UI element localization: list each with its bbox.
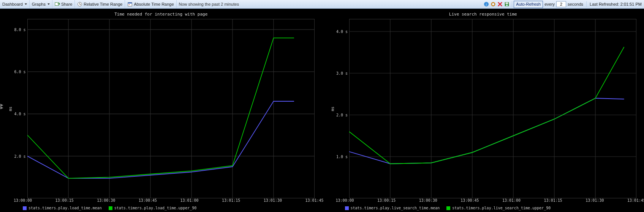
graphs-menu[interactable]: Graphs [30, 0, 52, 8]
x-tick-label: 13:01:45 [627, 198, 644, 203]
legend-item: stats.timers.play.live_search_time.upper… [446, 206, 551, 210]
chart-title: Live search responsive time [330, 12, 637, 17]
legend-item: stats.timers.play.load_time.upper_90 [109, 206, 197, 210]
chart-series-line [349, 47, 624, 164]
x-tick-label: 13:01:30 [264, 198, 282, 203]
plot-area: ms2.0 s4.0 s6.0 s8.0 s [8, 19, 315, 198]
caret-down-icon [47, 3, 50, 5]
x-tick-label: 13:00:00 [335, 198, 354, 203]
chart-series-line [349, 98, 624, 164]
x-tick-label: 13:01:30 [585, 198, 604, 203]
svg-rect-25 [349, 19, 636, 198]
last-refreshed-label: Last Refreshed: 2:01:51 PM [590, 2, 642, 6]
delete-icon[interactable] [497, 2, 503, 7]
graphs-menu-label: Graphs [32, 2, 46, 6]
legend-label: stats.timers.play.live_search_time.mean [351, 206, 440, 210]
plot-area: ms1.0 s2.0 s3.0 s4.0 s [330, 19, 637, 198]
x-tick-label: 13:01:45 [305, 198, 323, 203]
share-icon [55, 2, 60, 7]
x-tick-label: 13:00:30 [419, 198, 437, 203]
caret-down-icon [25, 3, 27, 5]
absolute-time-label: Absolute Time Range [134, 2, 174, 6]
x-ticks: 13:00:0013:00:1513:00:3013:00:4513:01:00… [345, 198, 637, 204]
divider [586, 1, 587, 7]
x-ticks: 13:00:0013:00:1513:00:3013:00:4513:01:00… [23, 198, 315, 204]
svg-rect-11 [506, 5, 508, 6]
chart-legend: stats.timers.play.live_search_time.means… [345, 204, 637, 210]
y-axis-label: ms [330, 19, 335, 198]
now-showing-label: Now showing the past 2 minutes [177, 0, 241, 8]
chart-svg [349, 19, 636, 198]
legend-swatch [23, 206, 27, 210]
divider [512, 1, 512, 7]
x-tick-label: 13:01:00 [502, 198, 521, 203]
chart-panel-left: Time needed for interacting with pagems2… [0, 9, 322, 212]
relative-time-label: Relative Time Range [84, 2, 122, 6]
y-tick-label: 1.0 s [336, 155, 348, 159]
chart-series-line [27, 38, 294, 178]
x-tick-label: 13:00:15 [377, 198, 396, 203]
dashboard-menu-label: Dashboard [2, 2, 23, 6]
x-tick-label: 13:00:00 [14, 198, 32, 203]
y-tick-label: 2.0 s [336, 113, 348, 117]
x-tick-label: 13:01:15 [222, 198, 240, 203]
chart-series-line [27, 101, 294, 178]
seconds-label: seconds [568, 2, 583, 6]
svg-rect-3 [128, 3, 132, 4]
x-tick-label: 13:00:15 [55, 198, 74, 203]
chart-legend: stats.timers.play.load_time.meanstats.ti… [23, 204, 315, 210]
y-axis-label: ms [8, 19, 13, 198]
legend-label: stats.timers.play.load_time.upper_90 [114, 206, 197, 210]
y-tick-label: 6.0 s [14, 70, 25, 74]
svg-rect-4 [129, 4, 130, 5]
legend-swatch [446, 206, 450, 210]
chart-svg [27, 19, 315, 198]
y-tick-label: 2.0 s [14, 154, 25, 158]
expand-handle[interactable]: ▶▶ [0, 101, 3, 111]
x-tick-label: 13:01:00 [180, 198, 198, 203]
toolbar: Dashboard Graphs Share Relative Time Ran… [0, 0, 644, 9]
legend-swatch [345, 206, 349, 210]
legend-item: stats.timers.play.live_search_time.mean [345, 206, 440, 210]
auto-refresh-button[interactable]: Auto-Refresh [514, 1, 543, 8]
svg-rect-10 [506, 3, 508, 4]
legend-label: stats.timers.play.live_search_time.upper… [452, 206, 551, 210]
calendar-icon [127, 2, 133, 7]
share-label: Share [61, 2, 72, 6]
share-button[interactable]: Share [52, 0, 75, 8]
x-tick-label: 13:00:45 [139, 198, 157, 203]
save-icon[interactable] [504, 2, 510, 7]
every-label: every [544, 2, 555, 6]
absolute-time-button[interactable]: Absolute Time Range [125, 0, 176, 8]
chart-title: Time needed for interacting with page [8, 12, 315, 17]
charts-area: ▶▶ Time needed for interacting with page… [0, 9, 644, 212]
toolbar-left: Dashboard Graphs Share Relative Time Ran… [0, 0, 483, 8]
clock-icon [77, 2, 82, 7]
y-tick-label: 4.0 s [336, 30, 348, 34]
y-ticks: 2.0 s4.0 s6.0 s8.0 s [13, 19, 27, 198]
x-tick-label: 13:00:45 [460, 198, 479, 203]
info-icon[interactable]: i [484, 2, 489, 7]
toolbar-right: i Auto-Refresh every seconds Last Refres… [483, 0, 644, 8]
y-tick-label: 3.0 s [336, 71, 348, 75]
chart-panel-right: Live search responsive timems1.0 s2.0 s3… [322, 9, 644, 212]
legend-swatch [109, 206, 112, 210]
dashboard-menu[interactable]: Dashboard [0, 0, 30, 8]
x-tick-label: 13:01:15 [544, 198, 562, 203]
x-tick-label: 13:00:30 [97, 198, 115, 203]
y-tick-label: 8.0 s [14, 27, 25, 31]
refresh-interval-input[interactable] [556, 1, 566, 7]
svg-rect-12 [27, 19, 315, 198]
legend-label: stats.timers.play.load_time.mean [28, 206, 102, 210]
settings-icon[interactable] [491, 2, 496, 7]
y-tick-label: 4.0 s [14, 112, 25, 116]
svg-point-8 [493, 3, 494, 5]
legend-item: stats.timers.play.load_time.mean [23, 206, 102, 210]
y-ticks: 1.0 s2.0 s3.0 s4.0 s [335, 19, 350, 198]
relative-time-button[interactable]: Relative Time Range [75, 0, 125, 8]
